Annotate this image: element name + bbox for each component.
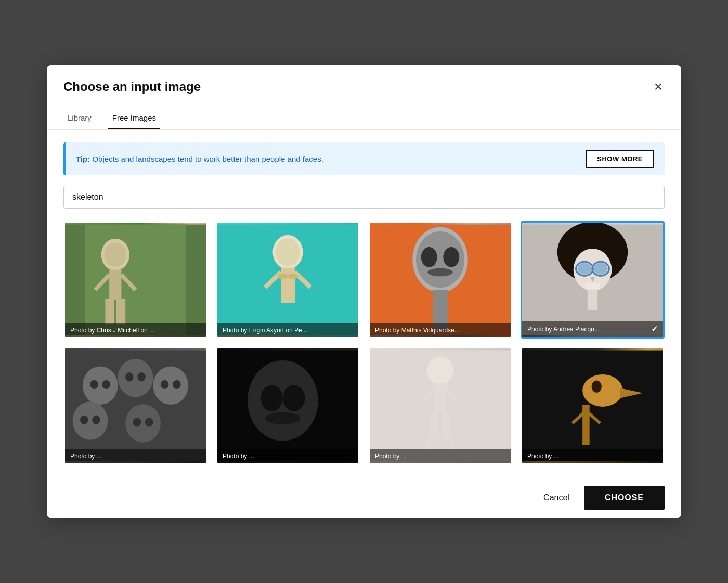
skeleton-afro-svg [522, 223, 663, 337]
svg-point-49 [125, 404, 161, 443]
image-card-2[interactable]: Photo by Engin Akyurt on Pe... [216, 221, 360, 339]
tab-library[interactable]: Library [63, 105, 96, 129]
svg-point-45 [173, 380, 180, 389]
choose-button[interactable]: CHOOSE [584, 486, 665, 510]
image-caption-8: Photo by ... [522, 449, 663, 463]
svg-point-51 [145, 418, 153, 426]
image-card-5[interactable]: Photo by ... [63, 347, 207, 464]
svg-point-32 [593, 263, 607, 274]
image-card-1[interactable]: Photo by Chris J Mitchell on ... [63, 221, 207, 339]
svg-point-67 [582, 374, 622, 407]
close-button[interactable]: × [652, 80, 665, 94]
image-grid: Photo by Chris J Mitchell on ... [63, 221, 665, 464]
selected-checkmark: ✓ [651, 324, 658, 334]
svg-point-21 [443, 247, 459, 267]
svg-point-3 [104, 242, 126, 266]
svg-point-46 [73, 401, 108, 440]
svg-rect-12 [281, 268, 295, 303]
svg-point-44 [161, 380, 168, 389]
modal-header: Choose an input image × [47, 65, 681, 105]
svg-point-31 [577, 263, 591, 274]
svg-rect-59 [434, 383, 446, 411]
tip-label: Tip: [76, 154, 90, 163]
svg-rect-1 [85, 225, 186, 335]
svg-rect-34 [585, 283, 600, 289]
svg-rect-63 [442, 411, 450, 438]
svg-point-16 [288, 273, 298, 279]
image-preview-2 [217, 223, 358, 337]
svg-point-20 [421, 247, 437, 267]
search-input[interactable] [63, 186, 665, 209]
svg-point-39 [102, 380, 110, 389]
skeleton-teal-svg [217, 223, 358, 337]
modal-dialog: Choose an input image × Library Free Ima… [47, 65, 681, 518]
image-caption-3: Photo by Matthis Volquardse... [370, 323, 511, 337]
svg-rect-62 [430, 411, 438, 438]
svg-point-48 [92, 415, 100, 424]
tabs-container: Library Free Images [47, 105, 681, 130]
svg-point-55 [283, 385, 305, 411]
image-card-6[interactable]: Photo by ... [216, 347, 360, 464]
modal-footer: Cancel CHOOSE [47, 477, 681, 518]
tip-banner: Tip: Objects and landscapes tend to work… [63, 142, 665, 175]
svg-point-56 [265, 412, 301, 424]
modal-overlay: Choose an input image × Library Free Ima… [0, 0, 728, 583]
skeleton-white-svg [370, 348, 511, 463]
image-card-7[interactable]: Photo by ... [368, 347, 512, 464]
image-preview-6 [217, 348, 358, 463]
svg-point-43 [153, 367, 188, 405]
image-preview-8 [522, 348, 663, 463]
skull-dark-svg [217, 348, 358, 463]
svg-point-41 [125, 372, 133, 381]
tab-free-images[interactable]: Free Images [108, 105, 160, 129]
svg-point-37 [83, 367, 118, 405]
show-more-button[interactable]: SHOW MORE [586, 150, 654, 168]
image-preview-1 [65, 223, 206, 337]
svg-point-22 [427, 268, 452, 276]
modal-title: Choose an input image [63, 80, 201, 94]
modal-body: Tip: Objects and landscapes tend to work… [47, 130, 681, 477]
image-preview-5 [65, 348, 206, 463]
tip-text: Tip: Objects and landscapes tend to work… [76, 154, 323, 163]
tip-body: Objects and landscapes tend to work bett… [92, 154, 323, 163]
svg-rect-4 [109, 270, 121, 300]
svg-point-68 [592, 381, 602, 393]
skeleton-forest-svg [65, 223, 206, 337]
svg-rect-8 [116, 299, 125, 324]
image-caption-2: Photo by Engin Akyurt on Pe... [217, 323, 358, 337]
image-card-8[interactable]: Photo by ... [521, 347, 665, 464]
skeleton-chrome-svg [370, 223, 511, 337]
image-preview-4 [522, 223, 663, 337]
image-card-4[interactable]: Photo by Andrea Piacqu... ✓ [521, 221, 665, 339]
svg-point-11 [276, 239, 300, 266]
image-preview-7 [370, 348, 511, 463]
bird-skeleton-svg [522, 348, 663, 463]
image-caption-1: Photo by Chris J Mitchell on ... [65, 323, 206, 337]
svg-point-47 [80, 415, 88, 424]
cancel-button[interactable]: Cancel [541, 489, 571, 507]
image-caption-5: Photo by ... [65, 449, 206, 463]
svg-point-50 [133, 418, 141, 426]
image-card-3[interactable]: Photo by Matthis Volquardse... [368, 221, 512, 339]
svg-rect-7 [105, 299, 114, 324]
svg-point-15 [278, 273, 288, 279]
svg-point-54 [261, 385, 283, 411]
svg-point-53 [248, 360, 318, 441]
image-caption-4: Photo by Andrea Piacqu... ✓ [522, 321, 663, 337]
svg-rect-66 [522, 351, 663, 461]
svg-point-40 [118, 359, 153, 397]
image-caption-6: Photo by ... [217, 449, 358, 463]
svg-point-42 [137, 372, 145, 381]
image-preview-3 [370, 223, 511, 337]
svg-point-38 [90, 380, 98, 389]
svg-point-58 [427, 356, 453, 384]
svg-rect-35 [588, 290, 597, 310]
skulls-bw-svg [65, 348, 206, 463]
image-caption-7: Photo by ... [370, 449, 511, 463]
